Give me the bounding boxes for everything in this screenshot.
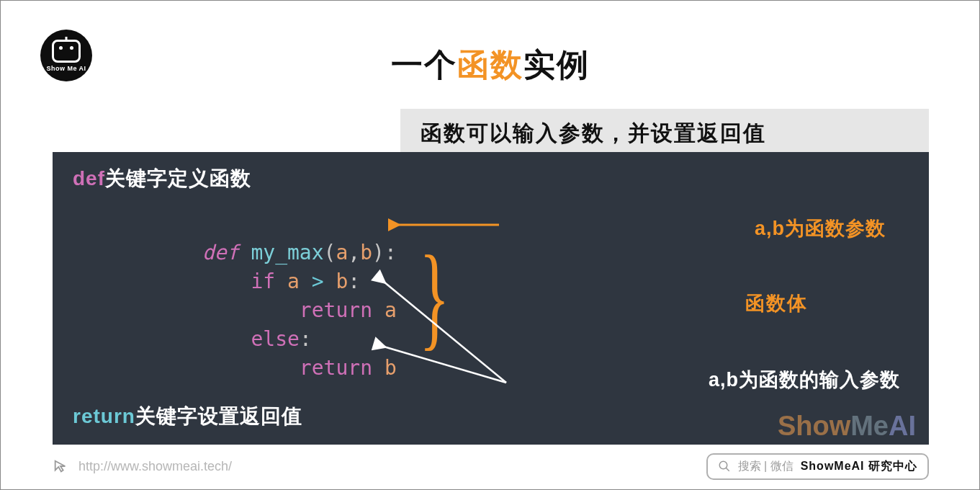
arrow-input-icon bbox=[362, 267, 535, 404]
def-rest: 关键字定义函数 bbox=[105, 167, 251, 190]
return-keyword-label: return关键字设置返回值 bbox=[73, 403, 302, 430]
svg-line-4 bbox=[726, 468, 729, 471]
def-keyword-label: def关键字定义函数 bbox=[73, 165, 251, 192]
return-rest: 关键字设置返回值 bbox=[135, 405, 302, 427]
indent3 bbox=[202, 298, 300, 322]
tok-else: else bbox=[251, 327, 299, 351]
footer-url[interactable]: http://www.showmeai.tech/ bbox=[78, 459, 232, 474]
annotation-params: a,b为函数参数 bbox=[755, 215, 886, 241]
indent2 bbox=[202, 270, 251, 293]
cursor-icon bbox=[53, 458, 68, 474]
tok-def: def bbox=[202, 241, 251, 264]
wm-3: AI bbox=[889, 411, 916, 441]
tok-lparen: ( bbox=[324, 241, 336, 264]
footer-search-pill[interactable]: 搜索 | 微信 ShowMeAI 研究中心 bbox=[706, 453, 929, 480]
tok-rparen: ) bbox=[372, 241, 385, 264]
footer-left: http://www.showmeai.tech/ bbox=[53, 458, 232, 474]
svg-line-2 bbox=[384, 347, 506, 383]
return-kw: return bbox=[73, 405, 135, 427]
slide: Show Me AI 一个函数实例 函数可以输入参数，并设置返回值 def关键字… bbox=[0, 0, 980, 490]
tok-b1: b bbox=[360, 241, 372, 264]
def-kw: def bbox=[73, 167, 105, 190]
arrow-params-icon bbox=[391, 219, 506, 233]
wm-1: Show bbox=[778, 411, 850, 441]
tok-fn: my_max bbox=[251, 241, 323, 264]
tok-b2: b bbox=[336, 270, 348, 293]
footer: http://www.showmeai.tech/ 搜索 | 微信 ShowMe… bbox=[53, 452, 929, 481]
page-title: 一个函数实例 bbox=[1, 44, 979, 86]
footer-brand: ShowMeAI 研究中心 bbox=[801, 459, 917, 474]
search-icon bbox=[718, 460, 731, 473]
tok-a1: a bbox=[336, 241, 348, 264]
annotation-body: 函数体 bbox=[745, 290, 808, 316]
tok-if: if bbox=[251, 270, 287, 293]
footer-search-label: 搜索 | 微信 bbox=[738, 459, 794, 474]
tok-gt: > bbox=[312, 270, 324, 293]
watermark: ShowMeAI bbox=[778, 411, 916, 442]
svg-point-3 bbox=[719, 461, 727, 469]
title-highlight: 函数 bbox=[457, 47, 523, 82]
tok-a2: a bbox=[287, 270, 300, 293]
sp bbox=[300, 270, 312, 293]
sp2 bbox=[324, 270, 336, 293]
svg-line-1 bbox=[384, 282, 506, 383]
wm-2: Me bbox=[850, 411, 889, 441]
tok-colon3: : bbox=[300, 327, 312, 351]
tok-colon1: : bbox=[385, 241, 397, 264]
annotation-input-params: a,b为函数的输入参数 bbox=[709, 367, 900, 393]
indent5 bbox=[202, 356, 300, 380]
title-pre: 一个 bbox=[391, 47, 457, 82]
code-panel: def关键字定义函数 def my_max(a,b): if a > b: re… bbox=[53, 152, 929, 445]
subtitle-bar: 函数可以输入参数，并设置返回值 bbox=[400, 109, 929, 159]
title-post: 实例 bbox=[523, 47, 590, 82]
tok-colon2: : bbox=[348, 270, 360, 293]
tok-comma: , bbox=[348, 241, 360, 264]
indent4 bbox=[202, 327, 251, 351]
